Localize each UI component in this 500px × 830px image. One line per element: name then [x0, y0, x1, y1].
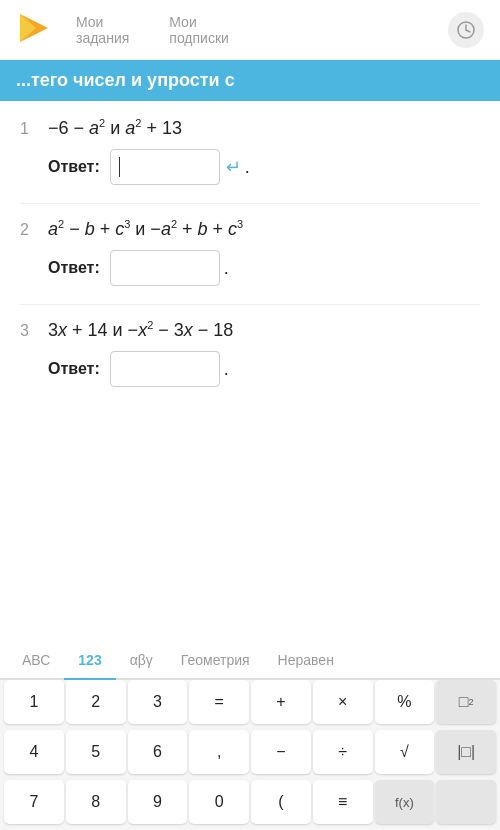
problem-3: 3 3x + 14 и −x2 − 3x − 18 Ответ: .	[20, 319, 480, 387]
period-3: .	[224, 359, 229, 380]
svg-line-4	[466, 30, 470, 32]
answer-label-2: Ответ:	[48, 259, 100, 277]
kb-tab-geometry[interactable]: Геометрия	[167, 642, 264, 678]
title-bar: ...тего чисел и упрости с	[0, 60, 500, 101]
period-2: .	[224, 258, 229, 279]
key-5[interactable]: 5	[66, 730, 126, 774]
nav-my-tasks[interactable]: Моизадания	[76, 14, 129, 46]
key-6[interactable]: 6	[128, 730, 188, 774]
problem-1-row: 1 −6 − a2 и a2 + 13	[20, 117, 480, 139]
answer-label-1: Ответ:	[48, 158, 100, 176]
keyboard-tabs: АВС 123 αβγ Геометрия Неравен	[0, 642, 500, 680]
problem-2: 2 a2 − b + c3 и −a2 + b + c3 Ответ: .	[20, 218, 480, 286]
key-2[interactable]: 2	[66, 680, 126, 724]
problem-3-num: 3	[20, 322, 36, 340]
problem-2-answer-row: Ответ: .	[48, 250, 480, 286]
nav-my-subscriptions[interactable]: Моиподписки	[169, 14, 229, 46]
problem-1-num: 1	[20, 120, 36, 138]
kb-tab-inequality[interactable]: Неравен	[264, 642, 348, 678]
key-plus[interactable]: +	[251, 680, 311, 724]
problem-2-row: 2 a2 − b + c3 и −a2 + b + c3	[20, 218, 480, 240]
key-7[interactable]: 7	[4, 780, 64, 824]
problem-1: 1 −6 − a2 и a2 + 13 Ответ: ↵ .	[20, 117, 480, 185]
key-lparen[interactable]: (	[251, 780, 311, 824]
divider-2	[20, 304, 480, 305]
answer-label-3: Ответ:	[48, 360, 100, 378]
key-1[interactable]: 1	[4, 680, 64, 724]
key-0[interactable]: 0	[189, 780, 249, 824]
key-8[interactable]: 8	[66, 780, 126, 824]
key-empty	[436, 780, 496, 824]
keyboard-row-2: 4 5 6 , − ÷ √ |□|	[0, 730, 500, 780]
key-fx[interactable]: f(x)	[375, 780, 435, 824]
key-equals[interactable]: =	[189, 680, 249, 724]
problem-2-expr: a2 − b + c3 и −a2 + b + c3	[48, 218, 243, 240]
kb-tab-abg[interactable]: αβγ	[116, 642, 167, 678]
problem-3-expr: 3x + 14 и −x2 − 3x − 18	[48, 319, 233, 341]
answer-input-3[interactable]	[110, 351, 220, 387]
key-minus[interactable]: −	[251, 730, 311, 774]
problem-1-expr: −6 − a2 и a2 + 13	[48, 117, 182, 139]
problem-2-num: 2	[20, 221, 36, 239]
cursor-1	[119, 157, 121, 177]
header: Моизадания Моиподписки	[0, 0, 500, 60]
logo[interactable]	[16, 10, 76, 50]
keyboard-row-1: 1 2 3 = + × % □2	[0, 680, 500, 730]
key-comma[interactable]: ,	[189, 730, 249, 774]
kb-tab-123[interactable]: 123	[64, 642, 115, 678]
nav-my-subscriptions-label: Моиподписки	[169, 14, 229, 46]
main-content: 1 −6 − a2 и a2 + 13 Ответ: ↵ . 2 a2 − b …	[0, 101, 500, 421]
keyboard-row-3: 7 8 9 0 ( ≡ f(x)	[0, 780, 500, 830]
nav-my-tasks-label: Моизадания	[76, 14, 129, 46]
answer-input-2[interactable]	[110, 250, 220, 286]
key-equiv[interactable]: ≡	[313, 780, 373, 824]
problem-1-answer-row: Ответ: ↵ .	[48, 149, 480, 185]
key-percent[interactable]: %	[375, 680, 435, 724]
key-divide[interactable]: ÷	[313, 730, 373, 774]
problem-3-answer-row: Ответ: .	[48, 351, 480, 387]
key-superscript[interactable]: □2	[436, 680, 496, 724]
key-3[interactable]: 3	[128, 680, 188, 724]
period-1: .	[245, 157, 250, 178]
key-times[interactable]: ×	[313, 680, 373, 724]
problem-3-row: 3 3x + 14 и −x2 − 3x − 18	[20, 319, 480, 341]
key-4[interactable]: 4	[4, 730, 64, 774]
key-9[interactable]: 9	[128, 780, 188, 824]
key-abs[interactable]: |□|	[436, 730, 496, 774]
clock-button[interactable]	[448, 12, 484, 48]
header-nav: Моизадания Моиподписки	[76, 14, 448, 46]
divider-1	[20, 203, 480, 204]
answer-input-1[interactable]	[110, 149, 220, 185]
keyboard-area: АВС 123 αβγ Геометрия Неравен 1 2 3 = + …	[0, 642, 500, 830]
enter-icon-1[interactable]: ↵	[226, 156, 241, 178]
key-sqrt[interactable]: √	[375, 730, 435, 774]
kb-tab-abc[interactable]: АВС	[8, 642, 64, 678]
title-text: ...тего чисел и упрости с	[16, 70, 235, 90]
